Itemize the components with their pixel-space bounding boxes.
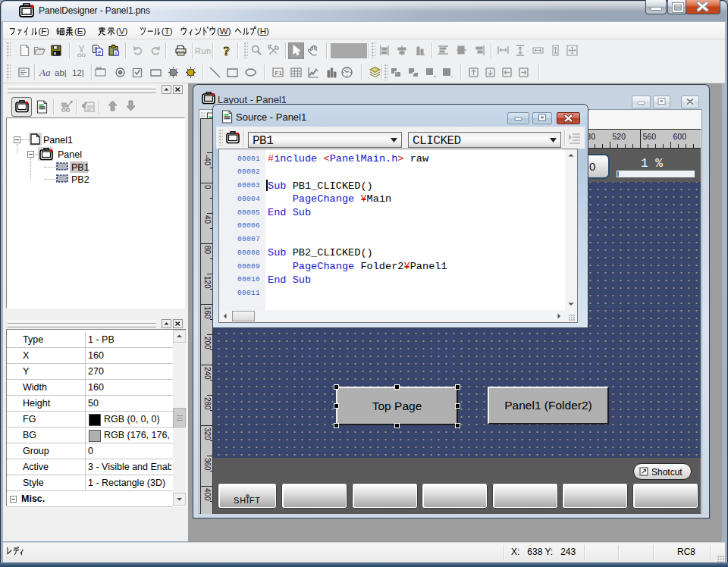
svg-text:ab|: ab| [55, 68, 67, 77]
svg-text:F1: F1 [275, 70, 283, 77]
svg-text:12|: 12| [72, 68, 84, 77]
svg-text:?: ? [224, 44, 231, 57]
svg-text:Aa: Aa [39, 67, 51, 78]
